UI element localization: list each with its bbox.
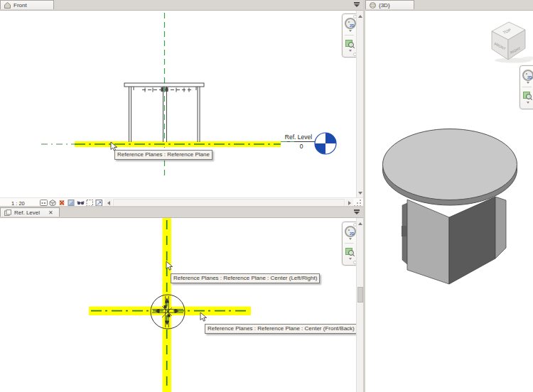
zoom-dropdown-icon[interactable] — [349, 258, 352, 260]
scroll-down-button[interactable] — [357, 189, 363, 197]
scroll-up-button[interactable] — [357, 12, 363, 20]
tooltip-center-front-back: Reference Planes : Reference Plane : Cen… — [205, 324, 357, 334]
level-name-label: Ref. Level — [280, 134, 317, 141]
plan-view-canvas[interactable] — [0, 218, 363, 392]
tooltip-reference-plane: Reference Planes : Reference Plane — [114, 150, 212, 160]
navigation-bar: 2D — [519, 65, 533, 109]
detail-level-icon[interactable] — [41, 200, 48, 206]
wheel-2d-badge: 2D — [350, 232, 354, 236]
show-crop-region-icon[interactable] — [96, 200, 102, 207]
tab-front-view[interactable]: Front — [0, 0, 54, 9]
highlighted-reference-plane-vertical[interactable] — [163, 218, 172, 392]
plan-view-tabstrip: Ref. Level ✕ — [0, 207, 363, 218]
tab-menu-icon[interactable] — [353, 209, 361, 215]
tab-ref-level-label: Ref. Level — [14, 209, 40, 216]
shadows-icon[interactable] — [68, 200, 74, 206]
zoom-dropdown-icon[interactable] — [349, 50, 352, 52]
table-3d-model[interactable] — [383, 129, 517, 285]
revit-tiled-views: Front — [0, 0, 533, 392]
tab-3d-view[interactable]: {3D} — [365, 0, 414, 9]
tooltip-center-left-right: Reference Planes : Reference Plane : Cen… — [171, 273, 320, 283]
level-elevation-value: 0 — [294, 143, 308, 150]
scrollbar-thumb[interactable] — [357, 287, 363, 303]
highlighted-reference-plane[interactable] — [41, 141, 281, 147]
viewcube[interactable]: TOP FRONT RIGHT — [492, 22, 533, 63]
wheel-2d-badge: 2D — [350, 23, 354, 28]
wheel-dropdown-icon[interactable] — [527, 82, 529, 84]
close-tab-icon[interactable]: ✕ — [48, 209, 53, 216]
zoom-dropdown-icon[interactable] — [527, 102, 529, 104]
crop-view-icon[interactable] — [87, 200, 93, 207]
magnifier-icon — [348, 250, 354, 256]
tab-front-label: Front — [14, 2, 27, 9]
magnifier-icon — [526, 94, 532, 99]
front-vertical-scrollbar[interactable] — [356, 11, 363, 197]
wheel-2d-badge: 2D — [527, 75, 532, 80]
3d-view-tabstrip: {3D} — [365, 0, 533, 11]
elevation-view-icon — [4, 2, 11, 9]
magnifier-icon — [348, 42, 354, 48]
3d-view-icon — [370, 2, 376, 9]
plan-view-icon — [4, 209, 11, 216]
front-view-canvas[interactable] — [0, 10, 363, 197]
tab-menu-icon[interactable] — [353, 1, 361, 8]
wheel-dropdown-icon[interactable] — [349, 30, 352, 32]
3d-view-canvas[interactable]: TOP FRONT RIGHT — [365, 10, 533, 392]
tab-3d-label: {3D} — [379, 2, 390, 9]
plan-vertical-scrollbar[interactable] — [356, 218, 363, 392]
tab-ref-level[interactable]: Ref. Level ✕ — [0, 207, 60, 217]
wheel-dropdown-icon[interactable] — [349, 238, 352, 240]
temporary-hide-isolate-icon[interactable] — [77, 202, 85, 205]
scroll-up-button[interactable] — [357, 219, 363, 227]
sun-path-icon[interactable] — [60, 201, 64, 205]
front-view-tabstrip: Front — [0, 0, 363, 11]
